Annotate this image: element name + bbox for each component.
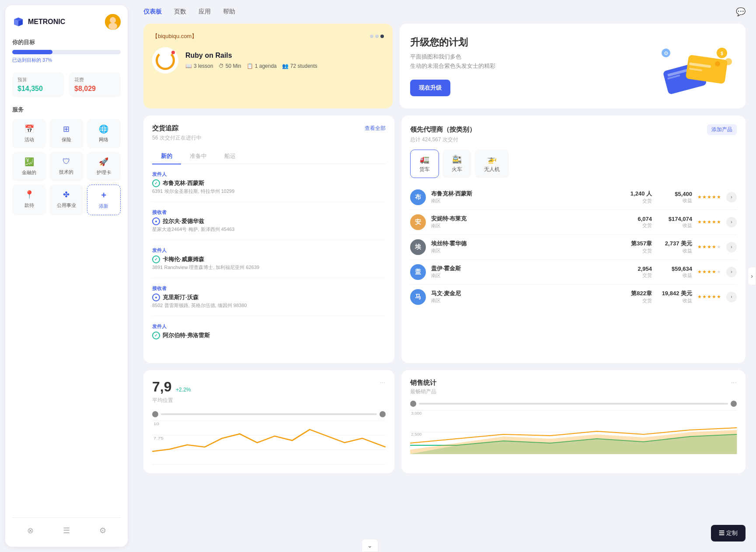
agent-row-4: 盖 盖伊·霍金斯 南区 2,954 交货 $59,634 收益 ★★★★★	[410, 260, 737, 285]
sidebar-footer: ⊗ ☰ ⚙	[12, 517, 121, 538]
tracking-title: 交货追踪	[152, 124, 178, 133]
service-nursing-label: 护理卡	[97, 169, 111, 176]
agent-arrow-1[interactable]: ›	[726, 192, 737, 203]
agent-zone-1: 南区	[431, 198, 612, 204]
avatar[interactable]	[105, 14, 121, 30]
cat-train-label: 火车	[452, 166, 462, 173]
nav-apps[interactable]: 应用	[199, 8, 211, 16]
course-url: 【biqubiqu.com】	[152, 32, 197, 40]
upgrade-button[interactable]: 现在升级	[410, 80, 450, 96]
slider-handle-left[interactable]	[152, 411, 158, 417]
row-3: 7,9 +2.2% ··· 平均位置	[143, 370, 746, 473]
customize-button[interactable]: ☰ 定制	[711, 525, 746, 542]
service-network[interactable]: 🌐 网络	[87, 119, 121, 148]
sales-title-group: 销售统计 最畅销产品	[410, 379, 436, 401]
stats-chart-area: 10 7.75	[152, 421, 386, 465]
progress-bar-fill	[12, 50, 52, 54]
document-icon[interactable]: ☰	[60, 523, 73, 538]
layers-icon[interactable]: ⊗	[24, 523, 36, 538]
gear-icon[interactable]: ⚙	[97, 523, 109, 538]
dot-3	[380, 35, 384, 38]
sales-slider-left[interactable]	[410, 401, 416, 407]
role-sender-2: 发件人	[152, 247, 386, 254]
agent-arrow-5[interactable]: ›	[726, 292, 737, 302]
service-public[interactable]: ✤ 公用事业	[49, 185, 83, 215]
sidebar: METRONIC 你的目标 已达到目标的 37% 预算 $14,350 花费 $…	[5, 5, 128, 547]
expense-label: 花费	[74, 77, 115, 83]
list-icon: 📋	[247, 63, 253, 69]
agent-arrow-3[interactable]: ›	[726, 242, 737, 252]
agent-revenue-4: $59,634 收益	[657, 266, 692, 279]
progress-text: 已达到目标的 37%	[12, 57, 121, 63]
train-icon: 🚉	[452, 154, 462, 164]
tab-new[interactable]: 新的	[152, 149, 181, 164]
agent-row-1: 布 布鲁克林·西蒙斯 南区 1,240 人 交货 $5,400 收益 ★★★★	[410, 185, 737, 210]
agent-info-1: 布鲁克林·西蒙斯 南区	[431, 190, 612, 204]
svg-point-13	[715, 61, 720, 66]
agent-rating-2: ★★★★★	[697, 219, 721, 225]
chat-icon[interactable]: 💬	[736, 7, 746, 17]
sales-slider-right[interactable]	[731, 401, 737, 407]
slider-track	[161, 413, 377, 415]
nav-pages[interactable]: 页数	[174, 8, 186, 16]
agent-revenue-1: $5,400 收益	[657, 191, 692, 204]
role-sender-3: 发件人	[152, 323, 386, 330]
activity-icon: 📅	[24, 124, 34, 134]
logo: METRONIC	[12, 16, 65, 28]
course-body: Ruby on Rails 📖 3 lesson ⏱ 50 Min	[152, 47, 384, 73]
service-finance[interactable]: 💹 金融的	[12, 152, 46, 181]
sales-subtitle: 最畅销产品	[410, 388, 436, 395]
service-hospitality-label: 款待	[24, 202, 34, 209]
nav-help[interactable]: 帮助	[223, 8, 235, 16]
category-tabs: 🚛 货车 🚉 火车 🚁 无人机	[410, 150, 737, 178]
topnav-links: 仪表板 页数 应用 帮助	[143, 8, 235, 16]
name-3: ✓ 卡梅伦·威廉姆森	[152, 255, 386, 263]
slider-handle-right[interactable]	[380, 411, 386, 417]
service-nursing[interactable]: 🚀 护理卡	[87, 152, 121, 181]
upgrade-desc: 平面插图和我们多色 生动的未混合紫色头发女士的精彩	[410, 52, 495, 71]
cat-drone[interactable]: 🚁 无人机	[475, 150, 509, 178]
tech-icon: 🛡	[63, 157, 70, 166]
nav-dashboard[interactable]: 仪表板	[143, 8, 162, 16]
tracking-tabs: 新的 准备中 船运	[152, 149, 386, 164]
service-hospitality[interactable]: 📍 款待	[12, 185, 46, 215]
scroll-right-button[interactable]: ›	[748, 267, 756, 285]
service-tech[interactable]: 🛡 技术的	[49, 152, 83, 181]
service-insurance[interactable]: ⊞ 保险	[49, 119, 83, 148]
agent-info-4: 盖伊·霍金斯 南区	[431, 265, 612, 279]
agent-rating-4: ★★★★★	[697, 269, 721, 275]
scroll-bottom-button[interactable]: ⌄	[362, 539, 378, 552]
agent-name-1: 布鲁克林·西蒙斯	[431, 190, 612, 198]
agent-avatar-4: 盖	[410, 264, 426, 280]
agent-arrow-4[interactable]: ›	[726, 267, 737, 277]
view-all-link[interactable]: 查看全部	[365, 125, 386, 132]
course-lessons: 📖 3 lesson	[185, 63, 213, 69]
agent-arrow-2[interactable]: ›	[726, 217, 737, 227]
cat-train[interactable]: 🚉 火车	[442, 150, 471, 178]
addr-2: 星家大道2464号 梅萨, 新泽西州 45463	[152, 226, 386, 233]
course-dots	[370, 35, 384, 38]
budget-card: 预算 $14,350	[12, 72, 64, 97]
course-title: Ruby on Rails	[185, 52, 384, 59]
sales-menu-dots[interactable]: ···	[731, 379, 737, 387]
truck-icon: 🚛	[420, 154, 429, 164]
stats-menu-dots[interactable]: ···	[380, 379, 385, 387]
agent-revenue-3: 2,737 美元 收益	[657, 240, 692, 254]
agent-zone-5: 南区	[431, 297, 612, 304]
stats-label: 平均位置	[152, 397, 386, 404]
students-icon: 👥	[282, 63, 289, 69]
agent-delivery-3: 第357章 交货	[617, 240, 652, 254]
agents-card: 领先代理商（按类别） 添加产品 总计 424,567 次交付 🚛 货车 🚉 火车…	[401, 115, 746, 363]
service-activity[interactable]: 📅 活动	[12, 119, 46, 148]
tab-shipping[interactable]: 船运	[216, 149, 244, 164]
add-icon: +	[101, 190, 106, 200]
svg-text:7.75: 7.75	[153, 436, 164, 440]
tab-preparing[interactable]: 准备中	[181, 149, 216, 164]
add-product-button[interactable]: 添加产品	[707, 124, 737, 135]
service-add[interactable]: + 添新	[87, 185, 121, 215]
delivery-item-2: 接收者 ● 拉尔夫·爱德华兹 星家大道2464号 梅萨, 新泽西州 45463	[152, 209, 386, 240]
cat-truck[interactable]: 🚛 货车	[410, 150, 439, 178]
sales-slider-track	[419, 403, 728, 405]
budget-value: $14,350	[17, 85, 59, 93]
course-students: 👥 72 students	[282, 63, 317, 69]
